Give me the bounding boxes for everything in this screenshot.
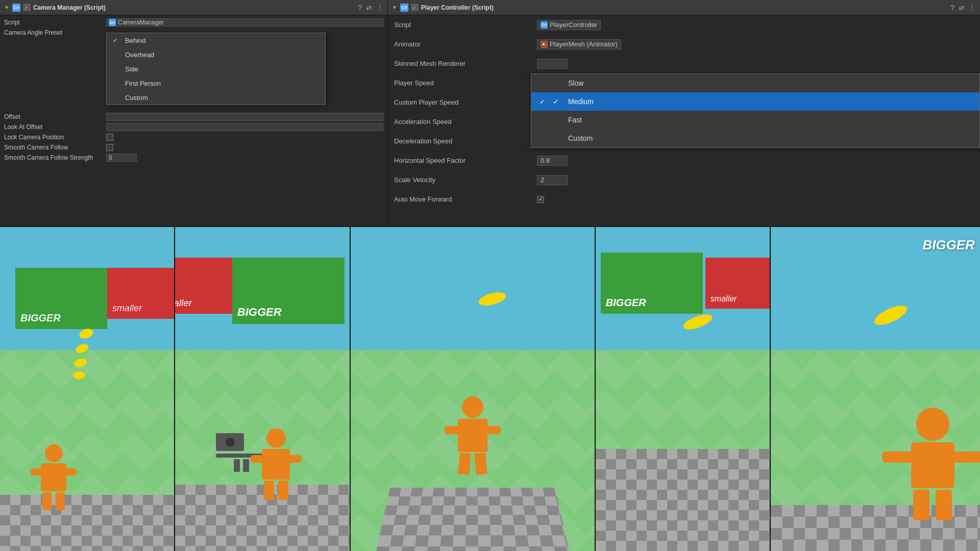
character-1 [41, 444, 66, 510]
player-menu-icon[interactable]: ⋮ [969, 4, 976, 12]
char-body-3 [458, 419, 487, 452]
platform-smaller-label-4: smaller [710, 294, 737, 304]
player-scale-val-row: 2 [531, 170, 980, 190]
player-custom-speed-label: Custom Player Speed [394, 98, 522, 106]
platform-smaller-1: smaller [107, 268, 175, 319]
player-scale-number: 2 [541, 176, 544, 184]
player-script-value-icon: C# [541, 21, 548, 29]
camera-lock-checkbox[interactable] [106, 134, 113, 141]
player-skinned-value[interactable] [537, 59, 568, 69]
dropdown-item-side[interactable]: Side [107, 62, 325, 76]
player-animator-row: Animator [388, 35, 531, 54]
player-auto-move-label: Auto Move Forward [394, 195, 522, 203]
player-help-icon[interactable]: ? [950, 4, 954, 12]
char-arms-5 [882, 452, 980, 463]
player-horiz-value[interactable]: 0.8 [537, 156, 568, 166]
char-legs-1 [41, 492, 66, 510]
player-animator-value[interactable]: ► PlayerMesh (Animator) [537, 39, 621, 49]
player-collapse-arrow[interactable]: ▼ [392, 5, 397, 10]
player-auto-checkbox[interactable]: ✓ [537, 196, 544, 203]
orb-1d [73, 371, 85, 379]
camera-bot-leg-r [243, 459, 249, 472]
camera-settings-icon[interactable]: ⇄ [366, 4, 372, 12]
dropdown-item-behind-label: Behind [125, 37, 145, 44]
camera-smooth-label: Smooth Camera Follow [4, 144, 106, 151]
camera-angle-row: Camera Angle Preset Behind Overhead Side [0, 28, 387, 38]
camera-angle-dropdown[interactable]: Behind Overhead Side First Person [106, 33, 326, 105]
char-body-2 [262, 449, 290, 480]
player-script-row: Script [388, 15, 531, 35]
char-head-5 [916, 408, 949, 441]
player-scale-value[interactable]: 2 [537, 175, 568, 185]
dropdown-item-overhead[interactable]: Overhead [107, 47, 325, 62]
player-auto-move-row: Auto Move Forward [388, 190, 531, 209]
bigger-text-5: BIGGER [922, 237, 975, 253]
camera-script-ref-icon: C# [109, 19, 116, 26]
game-view-1: BIGGER smaller [0, 227, 175, 551]
camera-smooth-strength-value[interactable]: 0 [106, 154, 137, 162]
camera-help-icon[interactable]: ? [358, 4, 362, 12]
dropdown-fast-label: Fast [568, 116, 582, 124]
camera-offset-value[interactable] [106, 113, 383, 121]
player-speed-label: Player Speed [394, 79, 522, 87]
camera-script-row: Script C# CameraManager [0, 17, 387, 28]
char-leg-3l [458, 453, 471, 475]
game-views-row: BIGGER smaller [0, 227, 980, 551]
player-values-col: C# PlayerController ► PlayerMesh (Animat… [531, 15, 980, 227]
player-header-icons: ? ⇄ ⋮ [950, 4, 976, 12]
player-speed-row: Player Speed [388, 73, 531, 93]
player-accel-label: Acceleration Speed [394, 118, 522, 126]
char-arms-1 [31, 468, 77, 475]
player-script-val-row: C# PlayerController [531, 15, 980, 35]
player-skinned-label: Skinned Mesh Renderer [394, 60, 522, 67]
dropdown-medium[interactable]: ✓ Medium [531, 92, 979, 111]
player-script-value[interactable]: C# PlayerController [537, 20, 601, 30]
camera-lookat-value[interactable] [106, 123, 383, 131]
player-auto-val-row: ✓ [531, 190, 980, 209]
dropdown-custom[interactable]: Custom [531, 129, 979, 147]
dropdown-fast[interactable]: Fast [531, 111, 979, 129]
player-panel-body: Script Animator Skinned Mesh Renderer Pl… [388, 15, 980, 227]
camera-collapse-arrow[interactable]: ▼ [4, 5, 9, 10]
camera-lookat-row: Look At Offset [0, 122, 387, 132]
player-animator-val-row: ► PlayerMesh (Animator) [531, 35, 980, 54]
platform-bigger-label-4: BIGGER [606, 297, 646, 309]
camera-panel-title: Camera Manager (Script) [33, 4, 355, 11]
camera-smooth-checkbox[interactable] [106, 144, 113, 151]
player-script-label: Script [394, 21, 522, 29]
camera-script-value[interactable]: C# CameraManager [106, 18, 383, 27]
platform-bigger-2: BIGGER [232, 258, 345, 324]
player-animator-icon: ► [541, 41, 548, 48]
dropdown-item-custom-label: Custom [125, 94, 148, 102]
dropdown-slow-label: Slow [568, 79, 583, 87]
player-enable-checkbox[interactable]: ✓ [411, 4, 418, 11]
char-legs-3 [458, 453, 487, 474]
player-horiz-number: 0.8 [541, 157, 550, 164]
dropdown-item-firstperson[interactable]: First Person [107, 76, 325, 90]
dropdown-item-firstperson-label: First Person [125, 80, 161, 87]
bigger-label-5: BIGGER [922, 237, 975, 253]
player-script-header-icon: C# [400, 4, 408, 12]
char-leg-2l [264, 481, 274, 500]
char-leg-1l [42, 492, 52, 510]
player-settings-icon[interactable]: ⇄ [959, 4, 965, 12]
camera-bot-lens [226, 438, 235, 447]
dropdown-item-behind[interactable]: Behind [107, 33, 325, 47]
platform-bigger-label-1: BIGGER [20, 312, 61, 324]
player-custom-speed-row: Custom Player Speed [388, 93, 531, 112]
camera-smooth-row: Smooth Camera Follow [0, 142, 387, 153]
char-leg-2r [278, 481, 288, 500]
dropdown-slow[interactable]: Slow [531, 74, 979, 92]
dropdown-item-side-label: Side [125, 65, 138, 73]
char-head-1 [45, 444, 63, 462]
game-view-3 [351, 227, 596, 551]
dropdown-item-custom[interactable]: Custom [107, 90, 325, 105]
player-script-value-name: PlayerController [550, 21, 597, 29]
camera-lock-row: Lock Camera Position [0, 132, 387, 142]
camera-enable-checkbox[interactable]: ✓ [23, 4, 30, 11]
camera-bot-body [216, 433, 244, 451]
player-skinned-val-row [531, 54, 980, 73]
camera-menu-icon[interactable]: ⋮ [376, 4, 383, 12]
dropdown-item-overhead-label: Overhead [125, 51, 154, 59]
player-speed-dropdown[interactable]: Slow ✓ Medium Fast [531, 73, 980, 148]
